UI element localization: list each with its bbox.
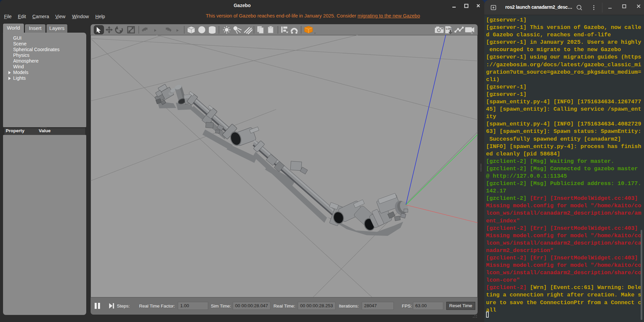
svg-text:LOG: LOG: [446, 27, 452, 30]
